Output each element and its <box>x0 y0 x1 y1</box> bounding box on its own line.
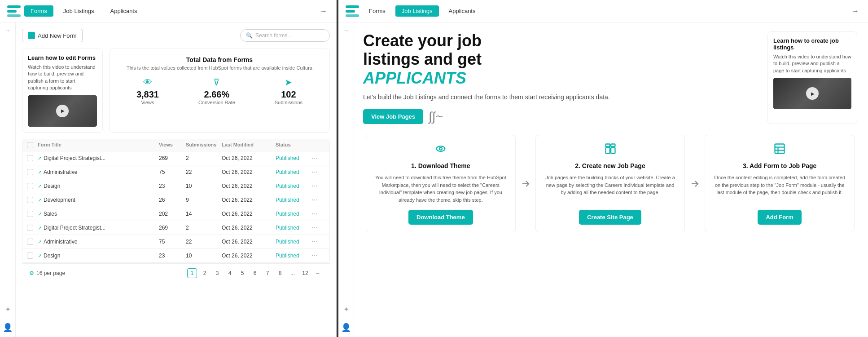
table-row[interactable]: ↗Administrative 75 22 Oct 26, 2022 Publi… <box>22 165 329 179</box>
row-views: 26 <box>159 197 186 203</box>
stats-card: Total Data from Forms This is the total … <box>109 49 330 133</box>
page-num-8[interactable]: 8 <box>275 268 285 278</box>
search-icon: 🔍 <box>246 32 253 39</box>
page-num-2[interactable]: 2 <box>200 268 210 278</box>
right-tab-applicants[interactable]: Applicants <box>443 5 482 17</box>
table-header: Form Title Views Submissions Last Modifi… <box>22 139 329 151</box>
row-actions[interactable]: ⋯ <box>311 155 325 162</box>
right-tab-forms[interactable]: Forms <box>363 5 392 17</box>
table-row[interactable]: ↗Design 23 10 Oct 26, 2022 Published ⋯ <box>22 179 329 193</box>
hero-video-thumb[interactable] <box>773 78 851 109</box>
page-next-arrow[interactable]: → <box>313 268 323 278</box>
left-nav-arrow[interactable]: → <box>4 27 11 34</box>
header-submissions: Submissions <box>186 142 222 148</box>
svg-point-0 <box>436 146 445 151</box>
page-num-3[interactable]: 3 <box>212 268 222 278</box>
add-new-form-button[interactable]: Add New Form <box>22 29 83 42</box>
search-forms-box[interactable]: 🔍 Search forms... <box>240 29 330 42</box>
row-checkbox[interactable] <box>27 183 38 189</box>
right-nav-arrow[interactable]: → <box>343 27 349 34</box>
row-submissions: 10 <box>186 253 222 259</box>
table-row[interactable]: ↗Digital Project Strategist... 269 2 Oct… <box>22 151 329 165</box>
add-form-icon <box>28 32 35 39</box>
left-tab-job-listings[interactable]: Job Listings <box>57 5 101 17</box>
right-panel: Forms Job Listings Applicants → → ✦ 👤 Cr… <box>338 0 868 337</box>
header-views: Views <box>159 142 186 148</box>
right-tab-job-listings[interactable]: Job Listings <box>395 5 439 17</box>
row-checkbox[interactable] <box>27 211 38 217</box>
header-checkbox <box>27 142 38 148</box>
stat-submissions: ➤ 102 Submissions <box>275 77 302 105</box>
row-modified: Oct 26, 2022 <box>222 253 276 259</box>
page-num-1[interactable]: 1 <box>187 268 197 278</box>
per-page-selector[interactable]: ⚙ 16 per page <box>29 270 65 276</box>
left-user-icon[interactable]: 👤 <box>3 323 13 333</box>
table-row[interactable]: ↗Administrative 75 22 Oct 26, 2022 Publi… <box>22 235 329 249</box>
header-status: Status <box>276 142 311 148</box>
row-actions[interactable]: ⋯ <box>311 224 325 231</box>
row-modified: Oct 26, 2022 <box>222 169 276 175</box>
page-num-5[interactable]: 5 <box>237 268 247 278</box>
row-actions[interactable]: ⋯ <box>311 238 325 245</box>
row-submissions: 9 <box>186 197 222 203</box>
step-icon-3 <box>773 142 786 158</box>
left-panel: Forms Job Listings Applicants → → ✦ 👤 Ad… <box>0 0 337 337</box>
row-status: Published <box>276 211 311 217</box>
page-num-6[interactable]: 6 <box>250 268 260 278</box>
right-settings-icon[interactable]: ✦ <box>343 305 349 314</box>
row-actions[interactable]: ⋯ <box>311 196 325 204</box>
row-actions[interactable]: ⋯ <box>311 168 325 176</box>
table-row[interactable]: ↗Sales 202 14 Oct 26, 2022 Published ⋯ <box>22 207 329 221</box>
table-body: ↗Digital Project Strategist... 269 2 Oct… <box>22 151 329 263</box>
page-num-12[interactable]: 12 <box>300 268 310 278</box>
step-button-3[interactable]: Add Form <box>758 210 801 225</box>
stats-row: 👁 3,831 Views ⊽ 2.66% Conversion Rate ➤ … <box>117 77 322 105</box>
row-modified: Oct 26, 2022 <box>222 225 276 231</box>
svg-rect-3 <box>605 144 609 147</box>
conversion-label: Conversion Rate <box>198 100 235 105</box>
row-modified: Oct 26, 2022 <box>222 239 276 245</box>
svg-point-1 <box>439 147 442 150</box>
left-tab-forms[interactable]: Forms <box>24 5 53 17</box>
play-button[interactable] <box>56 105 69 117</box>
table-row[interactable]: ↗Development 26 9 Oct 26, 2022 Published… <box>22 193 329 207</box>
page-num-...[interactable]: ... <box>288 268 298 278</box>
row-title: ↗Design <box>38 183 159 189</box>
left-settings-icon[interactable]: ✦ <box>5 305 11 314</box>
row-checkbox[interactable] <box>27 225 38 231</box>
right-exit-icon[interactable]: → <box>850 6 861 17</box>
row-actions[interactable]: ⋯ <box>311 252 325 259</box>
left-exit-icon[interactable]: → <box>318 6 329 17</box>
forms-table: Form Title Views Submissions Last Modifi… <box>22 139 330 263</box>
step-button-2[interactable]: Create Site Page <box>579 210 641 225</box>
row-checkbox[interactable] <box>27 169 38 175</box>
step-title-1: 1. Download Theme <box>411 162 470 169</box>
row-views: 23 <box>159 183 186 189</box>
row-checkbox[interactable] <box>27 197 38 203</box>
right-main-content: Create your job listings and get APPLICA… <box>354 22 868 337</box>
submissions-label: Submissions <box>275 100 302 105</box>
learn-card-video[interactable] <box>28 95 97 127</box>
right-user-icon[interactable]: 👤 <box>341 323 351 333</box>
hero-text: Create your job listings and get APPLICA… <box>363 31 758 124</box>
view-job-pages-button[interactable]: View Job Pages <box>363 109 423 124</box>
table-row[interactable]: ↗Design 23 10 Oct 26, 2022 Published ⋯ <box>22 249 329 263</box>
hero-heading-highlight: APPLICANTS <box>363 69 466 87</box>
cards-row: Learn how to edit Forms Watch this video… <box>22 49 330 133</box>
row-actions[interactable]: ⋯ <box>311 210 325 217</box>
step-card-3: 3. Add Form to Job Page Once the content… <box>705 135 855 232</box>
hero-play-button[interactable] <box>806 87 819 100</box>
hero-heading-line1: Create your job <box>363 31 482 50</box>
row-checkbox[interactable] <box>27 239 38 245</box>
left-tab-applicants[interactable]: Applicants <box>104 5 144 17</box>
step-button-1[interactable]: Download Theme <box>408 210 473 225</box>
page-num-4[interactable]: 4 <box>225 268 235 278</box>
row-checkbox[interactable] <box>27 253 38 259</box>
row-actions[interactable]: ⋯ <box>311 182 325 190</box>
row-checkbox[interactable] <box>27 155 38 161</box>
row-modified: Oct 26, 2022 <box>222 211 276 217</box>
page-num-7[interactable]: 7 <box>263 268 272 278</box>
row-title: ↗Digital Project Strategist... <box>38 225 159 231</box>
table-row[interactable]: ↗Digital Project Strategist... 269 2 Oct… <box>22 221 329 235</box>
row-views: 269 <box>159 155 186 161</box>
